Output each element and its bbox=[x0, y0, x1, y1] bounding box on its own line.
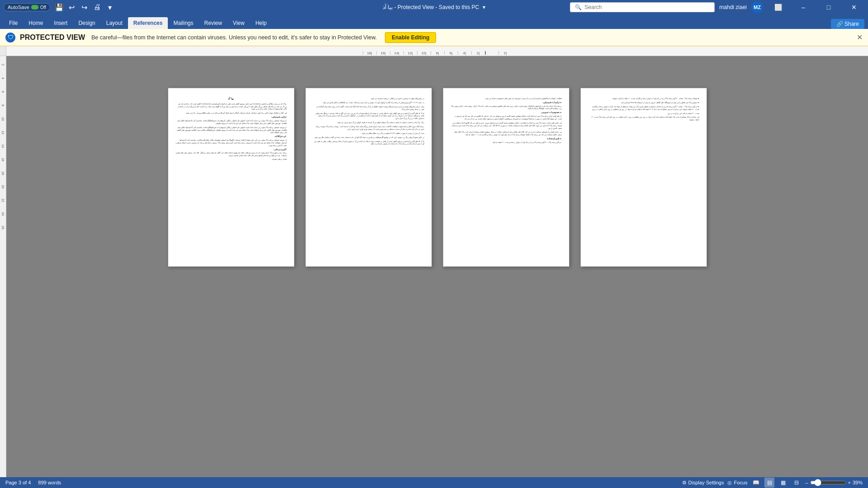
word-count: 899 words bbox=[38, 480, 61, 485]
page-1: بیا آذ بیا آذ که به بردران، فلانگی و آرا… bbox=[168, 88, 294, 267]
page-3-content: قطعات کوچک به ساتقیطری تقسیم کرده و در آ… bbox=[451, 97, 562, 144]
page-2: در نهاربزهای فوق به دو صورت خوردنی و ملف… bbox=[305, 88, 432, 267]
autosave-toggle[interactable]: AutoSave Off bbox=[4, 3, 50, 11]
ruler-mark: 8| bbox=[431, 51, 444, 55]
protected-label: PROTECTED VIEW bbox=[20, 33, 85, 42]
title-text: بیا آذ - Protected View - Saved to this … bbox=[383, 4, 479, 10]
main-area: 2 4 6 8 10 12 14 16 18 20 22 24 26 بیا آ… bbox=[0, 56, 868, 477]
page-3: قطعات کوچک به ساتقیطری تقسیم کرده و در آ… bbox=[443, 88, 569, 267]
minimize-btn[interactable]: – bbox=[793, 0, 814, 14]
page-1-content: بیا آذ بیا آذ که به بردران، فلانگی و آرا… bbox=[175, 97, 287, 161]
save-icon[interactable]: 💾 bbox=[54, 2, 65, 13]
zoom-plus-btn[interactable]: + bbox=[848, 480, 851, 485]
page-4-content: ● خوشانه ریشه بیا آذ : مقدار ۸۰ گرم ریشه… bbox=[588, 97, 699, 121]
print-preview-icon[interactable]: 🖨 bbox=[92, 2, 103, 13]
user-avatar[interactable]: MZ bbox=[751, 1, 763, 13]
tab-help[interactable]: Help bbox=[250, 17, 272, 29]
share-button[interactable]: 🔗 Share bbox=[831, 19, 864, 29]
v-ruler-mark: 18 bbox=[1, 166, 5, 180]
quick-access-toolbar: 💾 ↩ ↪ 🖨 ▾ bbox=[54, 2, 115, 13]
tab-insert[interactable]: Insert bbox=[48, 17, 73, 29]
v-ruler-mark: 4 bbox=[1, 71, 5, 85]
undo-icon[interactable]: ↩ bbox=[66, 2, 77, 13]
tab-home[interactable]: Home bbox=[23, 17, 48, 29]
ribbon-tabs: File Home Insert Design Layout Reference… bbox=[0, 14, 868, 29]
section-title-chem: ● ترکیبات شیمیایی: bbox=[451, 101, 562, 104]
tab-file[interactable]: File bbox=[4, 17, 23, 29]
tab-mailings[interactable]: Mailings bbox=[168, 17, 199, 29]
v-ruler-mark: 24 bbox=[1, 207, 5, 221]
ruler-mark: 16| bbox=[376, 51, 390, 55]
ruler-mark: 12| bbox=[403, 51, 417, 55]
redo-icon[interactable]: ↪ bbox=[79, 2, 90, 13]
display-settings-btn[interactable]: ⚙ Display Settings bbox=[682, 480, 724, 486]
search-icon: 🔍 bbox=[575, 4, 582, 10]
restore-btn[interactable]: □ bbox=[818, 0, 839, 14]
print-view-btn[interactable]: ▤ bbox=[764, 478, 774, 488]
zoom-level: 39% bbox=[853, 480, 863, 485]
document-canvas[interactable]: بیا آذ بیا آذ که به بردران، فلانگی و آرا… bbox=[6, 56, 868, 477]
tab-references[interactable]: References bbox=[128, 17, 168, 29]
v-ruler-mark: 14 bbox=[1, 139, 5, 153]
tab-review[interactable]: Review bbox=[199, 17, 228, 29]
ruler-mark: 4| bbox=[458, 51, 471, 55]
section-title-use: ● طرز استفاده: bbox=[451, 137, 562, 141]
search-input[interactable] bbox=[584, 4, 710, 10]
zoom-slider[interactable] bbox=[810, 479, 846, 486]
focus-icon: ◎ bbox=[727, 480, 732, 486]
web-view-btn[interactable]: ▦ bbox=[778, 478, 788, 488]
v-ruler-mark: 26 bbox=[1, 221, 5, 234]
ribbon-display-btn[interactable]: ⬜ bbox=[768, 0, 788, 14]
v-ruler-mark: 10 bbox=[1, 112, 5, 126]
v-ruler-mark: 20 bbox=[1, 180, 5, 194]
zoom-minus-btn[interactable]: – bbox=[805, 480, 808, 485]
ruler-h: 18| 16| 14| 12| 10| 8| 6| 4| 2| 2| bbox=[6, 46, 868, 56]
v-ruler-mark: 12 bbox=[1, 126, 5, 139]
outline-view-btn[interactable]: ⊟ bbox=[792, 478, 802, 488]
section-title3: کاربرد درمانی: bbox=[175, 148, 287, 152]
page-2-content: در نهاربزهای فوق به دو صورت خوردنی و ملف… bbox=[313, 97, 424, 145]
protected-message: Be careful—files from the Internet can c… bbox=[91, 34, 377, 41]
page-4: ● خوشانه ریشه بیا آذ : مقدار ۸۰ گرم ریشه… bbox=[580, 88, 707, 267]
autosave-dot[interactable] bbox=[31, 5, 38, 9]
banner-close-icon[interactable]: ✕ bbox=[857, 33, 863, 42]
ruler-mark: 10| bbox=[417, 51, 431, 55]
vertical-ruler: 2 4 6 8 10 12 14 16 18 20 22 24 26 bbox=[0, 56, 6, 477]
close-btn[interactable]: ✕ bbox=[844, 0, 864, 14]
status-bar: Page 3 of 4 899 words ⚙ Display Settings… bbox=[0, 477, 868, 488]
search-bar[interactable]: 🔍 bbox=[570, 2, 715, 12]
horizontal-ruler: 18| 16| 14| 12| 10| 8| 6| 4| 2| 2| bbox=[0, 46, 868, 56]
display-settings-icon: ⚙ bbox=[682, 480, 687, 486]
v-ruler-mark: 6 bbox=[1, 85, 5, 99]
tab-design[interactable]: Design bbox=[73, 17, 100, 29]
zoom-control: – + 39% bbox=[805, 479, 863, 486]
section-title: ترکیب شیمیایی: bbox=[175, 116, 287, 119]
section-title-gen: ● خصوصیات عمومی: bbox=[451, 111, 562, 114]
ruler-marks: 18| 16| 14| 12| 10| 8| 6| 4| 2| 2| bbox=[363, 46, 512, 56]
ruler-mark: 14| bbox=[390, 51, 403, 55]
title-bar-left: AutoSave Off 💾 ↩ ↪ 🖨 ▾ bbox=[4, 2, 115, 13]
page-indicator: Page 3 of 4 bbox=[5, 480, 31, 485]
ruler-mark: 6| bbox=[444, 51, 458, 55]
v-ruler-mark: 2 bbox=[1, 58, 5, 71]
tab-view[interactable]: View bbox=[228, 17, 250, 29]
section-title2: لپ خزاللاله: bbox=[175, 135, 287, 138]
shield-icon: 🛡 bbox=[5, 33, 15, 43]
ruler-mark: 2| bbox=[471, 51, 485, 55]
focus-btn[interactable]: ◎ Focus bbox=[727, 480, 747, 486]
ruler-mark bbox=[485, 51, 498, 55]
protected-view-banner: 🛡 PROTECTED VIEW Be careful—files from t… bbox=[0, 29, 868, 46]
customize-icon[interactable]: ▾ bbox=[104, 2, 115, 13]
title-dropdown[interactable]: ▾ bbox=[483, 4, 485, 10]
ruler-mark: 18| bbox=[363, 51, 376, 55]
tab-layout[interactable]: Layout bbox=[101, 17, 128, 29]
ruler-corner bbox=[0, 46, 6, 56]
v-ruler-mark: 16 bbox=[1, 153, 5, 166]
read-view-btn[interactable]: 📖 bbox=[751, 478, 761, 488]
pages-row: بیا آذ بیا آذ که به بردران، فلانگی و آرا… bbox=[168, 88, 707, 267]
page-1-title: بیا آذ bbox=[175, 97, 287, 101]
enable-editing-button[interactable]: Enable Editing bbox=[385, 32, 436, 43]
status-right: ⚙ Display Settings ◎ Focus 📖 ▤ ▦ ⊟ – + 3… bbox=[682, 478, 863, 488]
window-title: بیا آذ - Protected View - Saved to this … bbox=[383, 4, 486, 10]
title-bar: AutoSave Off 💾 ↩ ↪ 🖨 ▾ بیا آذ - Protecte… bbox=[0, 0, 868, 14]
